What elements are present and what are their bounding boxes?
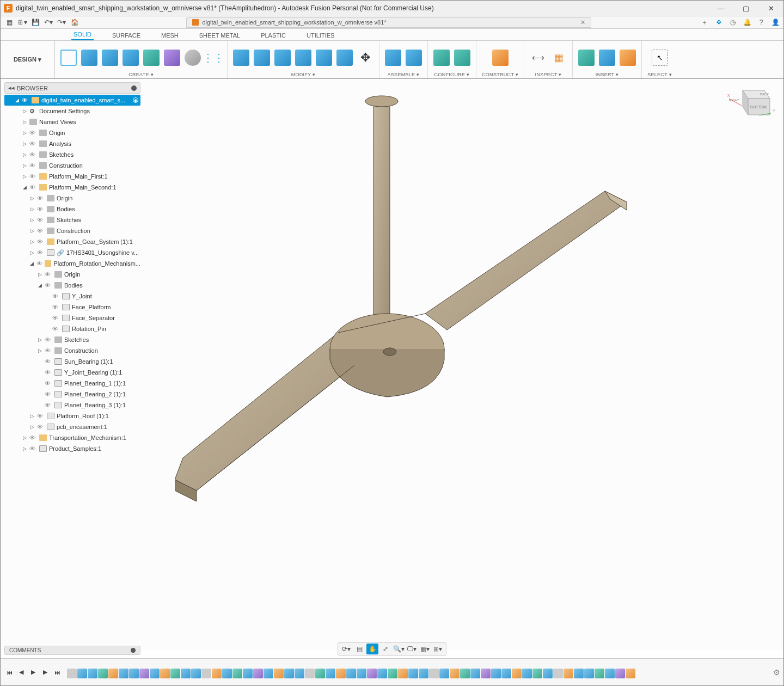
tree-prm-sketches[interactable]: ▷👁Sketches (4, 334, 140, 345)
viewcube[interactable]: RIGHT BACK BOTTOM X Y (726, 85, 775, 123)
timeline-feature[interactable] (553, 669, 563, 678)
timeline-feature[interactable] (336, 669, 346, 678)
timeline-feature[interactable] (388, 669, 397, 678)
tree-transportation[interactable]: ▷👁Transportation_Mechanism:1 (4, 432, 140, 443)
timeline-feature[interactable] (346, 669, 356, 678)
tree-pms-construction[interactable]: ▷👁Construction (4, 225, 140, 236)
timeline-feature[interactable] (232, 669, 242, 678)
grid-icon[interactable]: ▦▾ (419, 644, 431, 654)
minimize-button[interactable]: — (708, 1, 733, 16)
emboss-icon[interactable] (143, 50, 160, 66)
timeline-feature[interactable] (253, 669, 263, 678)
timeline-feature[interactable] (564, 669, 573, 678)
timeline-feature[interactable] (512, 669, 522, 678)
canvas-icon[interactable] (620, 50, 636, 66)
timeline-feature[interactable] (615, 669, 625, 678)
timeline-feature[interactable] (181, 669, 191, 678)
timeline-feature[interactable] (584, 669, 594, 678)
tree-prm-bodies[interactable]: ◢👁Bodies (4, 280, 140, 291)
timeline-items[interactable] (67, 666, 635, 678)
timeline-feature[interactable] (543, 669, 553, 678)
timeline-feature[interactable] (574, 669, 584, 678)
extrude-icon[interactable] (102, 50, 118, 66)
asbuilt-joint-icon[interactable] (406, 50, 422, 66)
app-grid-icon[interactable]: ▦ (3, 17, 15, 27)
sphere-icon[interactable] (185, 50, 201, 66)
timeline-feature[interactable] (398, 669, 408, 678)
timeline-feature[interactable] (491, 669, 501, 678)
tree-prm-construction[interactable]: ▷👁Construction (4, 345, 140, 356)
select-icon[interactable]: ↖ (652, 50, 668, 66)
timeline-feature[interactable] (605, 669, 615, 678)
timeline-feature[interactable] (295, 669, 304, 678)
viewports-icon[interactable]: ⊞▾ (432, 644, 444, 654)
zoom-icon[interactable]: 🔍▾ (393, 644, 405, 654)
timeline-feature[interactable] (326, 669, 335, 678)
document-tab[interactable]: digital_twin_enabled_smart_shipping_work… (186, 17, 591, 28)
timeline-feature[interactable] (408, 669, 418, 678)
orbit-icon[interactable]: ⟳▾ (340, 644, 352, 654)
timeline-feature[interactable] (222, 669, 232, 678)
timeline-feature[interactable] (315, 669, 325, 678)
pan-icon[interactable]: ✋ (366, 644, 378, 654)
timeline-feature[interactable] (67, 669, 77, 678)
tree-pmf[interactable]: ▷👁Platform_Main_First:1 (4, 171, 140, 182)
tree-pcb-encasement[interactable]: ▷👁pcb_encasement:1 (4, 421, 140, 432)
timeline-feature[interactable] (264, 669, 273, 678)
plane-icon[interactable] (492, 50, 509, 66)
tree-hs[interactable]: ▷👁🔗17HS3401_Usongshine v... (4, 247, 140, 258)
timeline-feature[interactable] (470, 669, 480, 678)
workspace-switcher[interactable]: DESIGN ▾ (1, 41, 55, 78)
tree-origin[interactable]: ▷👁Origin (4, 127, 140, 138)
tree-pb2[interactable]: 👁Planet_Bearing_2 (1):1 (4, 389, 140, 400)
tree-pgs[interactable]: ▷👁Platform_Gear_System (1):1 (4, 236, 140, 247)
tree-rotation-pin[interactable]: 👁Rotation_Pin (4, 323, 140, 334)
tree-pb3[interactable]: 👁Planet_Bearing_3 (1):1 (4, 400, 140, 411)
display-icon[interactable]: 🖵▾ (406, 644, 418, 654)
tree-platform-roof[interactable]: ▷👁Platform_Roof (1):1 (4, 411, 140, 421)
tab-surface[interactable]: SURFACE (110, 30, 143, 40)
timeline-next-icon[interactable]: ▶ (40, 667, 51, 678)
combine-icon[interactable] (295, 50, 311, 66)
split-icon[interactable] (316, 50, 332, 66)
timeline-feature[interactable] (450, 669, 460, 678)
save-icon[interactable]: 💾 (29, 17, 41, 27)
user-avatar-icon[interactable]: 👤 (769, 17, 781, 27)
insert-derive-icon[interactable] (578, 50, 595, 66)
extensions-icon[interactable]: ❖ (713, 17, 725, 27)
fillet-icon[interactable] (254, 50, 270, 66)
tree-pms-sketches[interactable]: ▷👁Sketches (4, 215, 140, 225)
tree-named-views[interactable]: ▷Named Views (4, 117, 140, 127)
timeline-feature[interactable] (357, 669, 366, 678)
tree-face-platform[interactable]: 👁Face_Platform (4, 302, 140, 313)
timeline-feature[interactable] (481, 669, 491, 678)
timeline-feature[interactable] (595, 669, 604, 678)
new-design-icon[interactable]: ＋ (699, 17, 710, 27)
notifications-icon[interactable]: 🔔 (741, 17, 753, 27)
tree-yjoint-bearing[interactable]: 👁Y_Joint_Bearing (1):1 (4, 367, 140, 378)
measure-icon[interactable]: ⟷ (530, 50, 546, 66)
lookat-icon[interactable]: ▤ (353, 644, 365, 654)
timeline-feature[interactable] (129, 669, 139, 678)
tree-root[interactable]: ◢👁digital_twin_enabled_smart_s...● (4, 95, 140, 106)
timeline-feature[interactable] (139, 669, 149, 678)
timeline-feature[interactable] (284, 669, 294, 678)
timeline-settings-icon[interactable]: ⚙ (773, 668, 780, 677)
section-icon[interactable]: ▦ (550, 50, 567, 66)
shell-icon[interactable] (274, 50, 291, 66)
timeline-feature[interactable] (274, 669, 284, 678)
timeline-feature[interactable] (150, 669, 160, 678)
close-button[interactable]: ✕ (758, 1, 783, 16)
timeline-feature[interactable] (626, 669, 635, 678)
timeline-feature[interactable] (429, 669, 439, 678)
tab-solid[interactable]: SOLID (71, 29, 94, 40)
timeline-feature[interactable] (191, 669, 201, 678)
maximize-button[interactable]: ▢ (733, 1, 758, 16)
timeline-feature[interactable] (522, 669, 532, 678)
timeline-feature[interactable] (212, 669, 222, 678)
hole-icon[interactable] (164, 50, 180, 66)
timeline-feature[interactable] (501, 669, 511, 678)
tab-utilities[interactable]: UTILITIES (304, 30, 336, 40)
home-icon[interactable]: 🏠 (69, 17, 81, 27)
timeline-feature[interactable] (460, 669, 470, 678)
